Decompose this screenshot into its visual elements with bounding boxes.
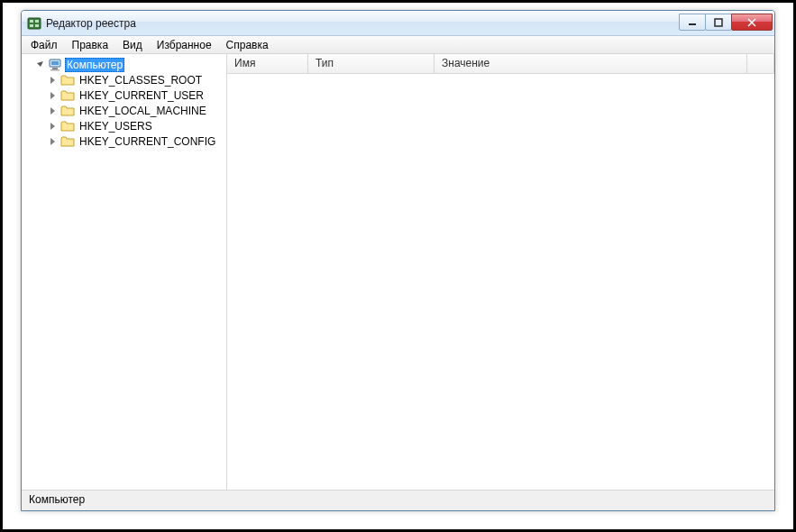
regedit-icon bbox=[27, 16, 41, 31]
expand-icon[interactable] bbox=[47, 75, 58, 86]
window-title: Редактор реестра bbox=[46, 17, 680, 30]
folder-icon bbox=[60, 104, 75, 118]
folder-icon bbox=[60, 73, 75, 87]
expand-icon[interactable] bbox=[47, 105, 58, 116]
tree-root[interactable]: Компьютер bbox=[22, 57, 226, 72]
tree-item-label[interactable]: HKEY_LOCAL_MACHINE bbox=[78, 104, 208, 118]
svg-rect-2 bbox=[35, 20, 39, 23]
computer-icon bbox=[48, 58, 62, 72]
menu-help[interactable]: Справка bbox=[219, 37, 276, 53]
statusbar-path: Компьютер bbox=[29, 493, 85, 506]
svg-rect-10 bbox=[50, 69, 59, 71]
tree-item[interactable]: HKEY_USERS bbox=[22, 118, 226, 133]
svg-rect-0 bbox=[28, 18, 41, 29]
tree-pane[interactable]: Компьютер HKEY_CLASSES_ROOT HKEY_CURRENT… bbox=[22, 54, 227, 490]
tree-item[interactable]: HKEY_CLASSES_ROOT bbox=[22, 72, 226, 87]
close-button[interactable] bbox=[731, 14, 773, 31]
menu-file[interactable]: Файл bbox=[23, 37, 65, 53]
menubar: Файл Правка Вид Избранное Справка bbox=[22, 36, 774, 54]
menu-view[interactable]: Вид bbox=[115, 37, 150, 53]
tree-item[interactable]: HKEY_LOCAL_MACHINE bbox=[22, 103, 226, 118]
tree-item[interactable]: HKEY_CURRENT_USER bbox=[22, 87, 226, 103]
svg-rect-4 bbox=[35, 24, 39, 27]
menu-favorites[interactable]: Избранное bbox=[150, 37, 219, 53]
tree-item-label[interactable]: HKEY_CLASSES_ROOT bbox=[78, 73, 204, 87]
expand-icon[interactable] bbox=[47, 136, 58, 147]
titlebar[interactable]: Редактор реестра bbox=[22, 11, 774, 36]
statusbar: Компьютер bbox=[22, 491, 774, 510]
column-headers: Имя Тип Значение bbox=[227, 54, 774, 74]
tree-item[interactable]: HKEY_CURRENT_CONFIG bbox=[22, 133, 226, 149]
folder-icon bbox=[60, 119, 75, 133]
column-header-value[interactable]: Значение bbox=[435, 54, 747, 73]
svg-rect-5 bbox=[689, 23, 696, 25]
column-header-spacer bbox=[747, 54, 774, 73]
list-pane[interactable]: Имя Тип Значение bbox=[227, 54, 774, 490]
registry-editor-window: Редактор реестра Файл Правка Вид Избранн… bbox=[21, 10, 775, 511]
tree-item-label[interactable]: HKEY_USERS bbox=[78, 119, 154, 133]
collapse-icon[interactable] bbox=[34, 60, 45, 70]
folder-icon bbox=[60, 134, 75, 149]
svg-rect-8 bbox=[51, 61, 59, 65]
svg-rect-3 bbox=[30, 24, 33, 27]
tree-item-label[interactable]: HKEY_CURRENT_CONFIG bbox=[78, 134, 217, 149]
svg-rect-1 bbox=[30, 20, 33, 23]
menu-edit[interactable]: Правка bbox=[65, 37, 116, 53]
svg-rect-9 bbox=[52, 68, 58, 69]
tree-item-label[interactable]: HKEY_CURRENT_USER bbox=[78, 88, 206, 103]
column-header-name[interactable]: Имя bbox=[227, 54, 308, 73]
tree-root-label[interactable]: Компьютер bbox=[65, 58, 124, 72]
minimize-button[interactable] bbox=[679, 14, 706, 31]
maximize-button[interactable] bbox=[705, 14, 732, 31]
svg-rect-6 bbox=[715, 19, 722, 26]
expand-icon[interactable] bbox=[47, 90, 58, 101]
expand-icon[interactable] bbox=[47, 121, 58, 132]
folder-icon bbox=[60, 88, 75, 103]
column-header-type[interactable]: Тип bbox=[308, 54, 435, 73]
